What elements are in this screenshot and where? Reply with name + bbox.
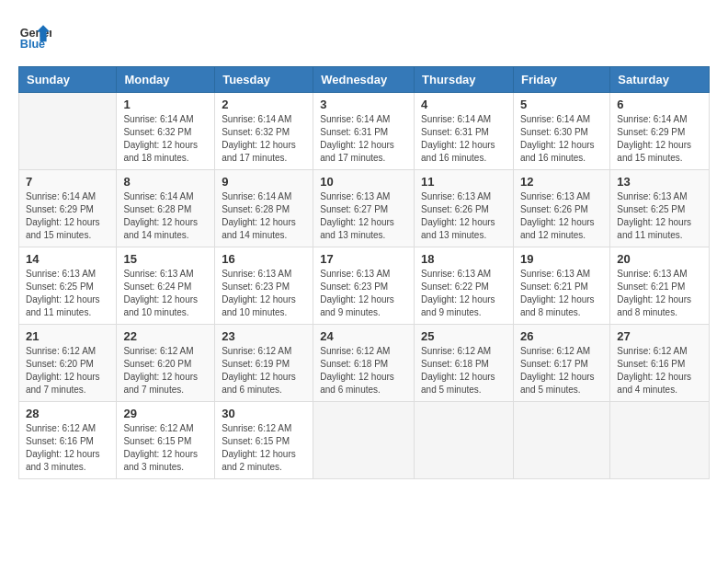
day-number: 23 <box>222 329 306 343</box>
calendar-day-header: Thursday <box>415 67 514 93</box>
day-number: 11 <box>421 175 506 189</box>
calendar-day-cell: 6Sunrise: 6:14 AMSunset: 6:29 PMDaylight… <box>610 93 710 170</box>
day-number: 15 <box>123 252 208 266</box>
calendar-day-cell: 26Sunrise: 6:12 AMSunset: 6:17 PMDayligh… <box>513 325 609 402</box>
day-info: Sunrise: 6:13 AMSunset: 6:25 PMDaylight:… <box>617 190 702 242</box>
calendar-day-cell: 5Sunrise: 6:14 AMSunset: 6:30 PMDaylight… <box>513 93 609 170</box>
day-number: 4 <box>421 98 506 111</box>
calendar-day-cell <box>415 402 514 479</box>
calendar-day-cell: 20Sunrise: 6:13 AMSunset: 6:21 PMDayligh… <box>610 247 710 325</box>
calendar-day-cell: 3Sunrise: 6:14 AMSunset: 6:31 PMDaylight… <box>313 93 415 170</box>
calendar-day-header: Saturday <box>610 67 710 93</box>
calendar-header-row: SundayMondayTuesdayWednesdayThursdayFrid… <box>19 67 710 93</box>
day-number: 22 <box>123 329 208 343</box>
day-info: Sunrise: 6:12 AMSunset: 6:18 PMDaylight:… <box>320 345 407 396</box>
calendar-week-row: 28Sunrise: 6:12 AMSunset: 6:16 PMDayligh… <box>19 402 710 479</box>
day-info: Sunrise: 6:13 AMSunset: 6:23 PMDaylight:… <box>320 268 407 319</box>
calendar-day-cell: 23Sunrise: 6:12 AMSunset: 6:19 PMDayligh… <box>215 325 313 402</box>
day-number: 8 <box>123 175 208 189</box>
day-number: 20 <box>617 252 702 266</box>
calendar-week-row: 14Sunrise: 6:13 AMSunset: 6:25 PMDayligh… <box>19 247 710 325</box>
day-number: 16 <box>222 252 306 266</box>
calendar-day-cell: 8Sunrise: 6:14 AMSunset: 6:28 PMDaylight… <box>117 170 215 247</box>
calendar-day-cell: 12Sunrise: 6:13 AMSunset: 6:26 PMDayligh… <box>513 170 609 247</box>
calendar-day-cell <box>313 402 415 479</box>
day-number: 18 <box>421 252 506 266</box>
day-info: Sunrise: 6:13 AMSunset: 6:26 PMDaylight:… <box>520 190 603 242</box>
day-info: Sunrise: 6:12 AMSunset: 6:15 PMDaylight:… <box>222 422 306 474</box>
calendar-day-cell: 2Sunrise: 6:14 AMSunset: 6:32 PMDaylight… <box>215 93 313 170</box>
day-info: Sunrise: 6:13 AMSunset: 6:25 PMDaylight:… <box>26 268 109 319</box>
calendar-day-cell: 1Sunrise: 6:14 AMSunset: 6:32 PMDaylight… <box>117 93 215 170</box>
calendar-day-cell: 18Sunrise: 6:13 AMSunset: 6:22 PMDayligh… <box>415 247 514 325</box>
day-number: 24 <box>320 329 407 343</box>
day-info: Sunrise: 6:12 AMSunset: 6:19 PMDaylight:… <box>222 345 306 396</box>
day-info: Sunrise: 6:13 AMSunset: 6:21 PMDaylight:… <box>617 268 702 319</box>
day-info: Sunrise: 6:12 AMSunset: 6:20 PMDaylight:… <box>26 345 109 396</box>
day-info: Sunrise: 6:14 AMSunset: 6:32 PMDaylight:… <box>222 113 306 165</box>
page-header: General Blue <box>18 18 710 52</box>
day-info: Sunrise: 6:14 AMSunset: 6:29 PMDaylight:… <box>617 113 702 165</box>
day-info: Sunrise: 6:14 AMSunset: 6:32 PMDaylight:… <box>123 113 208 165</box>
calendar-day-cell <box>19 93 117 170</box>
day-info: Sunrise: 6:13 AMSunset: 6:23 PMDaylight:… <box>222 268 306 319</box>
calendar-day-cell: 19Sunrise: 6:13 AMSunset: 6:21 PMDayligh… <box>513 247 609 325</box>
day-info: Sunrise: 6:12 AMSunset: 6:15 PMDaylight:… <box>123 422 208 474</box>
calendar-day-cell: 15Sunrise: 6:13 AMSunset: 6:24 PMDayligh… <box>117 247 215 325</box>
day-number: 17 <box>320 252 407 266</box>
day-number: 19 <box>520 252 603 266</box>
day-info: Sunrise: 6:12 AMSunset: 6:17 PMDaylight:… <box>520 345 603 396</box>
calendar-day-cell: 30Sunrise: 6:12 AMSunset: 6:15 PMDayligh… <box>215 402 313 479</box>
day-info: Sunrise: 6:13 AMSunset: 6:24 PMDaylight:… <box>123 268 208 319</box>
calendar-day-cell: 7Sunrise: 6:14 AMSunset: 6:29 PMDaylight… <box>19 170 117 247</box>
day-number: 13 <box>617 175 702 189</box>
calendar-day-cell: 10Sunrise: 6:13 AMSunset: 6:27 PMDayligh… <box>313 170 415 247</box>
calendar-day-cell: 24Sunrise: 6:12 AMSunset: 6:18 PMDayligh… <box>313 325 415 402</box>
day-number: 5 <box>520 98 603 111</box>
day-info: Sunrise: 6:12 AMSunset: 6:18 PMDaylight:… <box>421 345 506 396</box>
calendar-day-cell: 17Sunrise: 6:13 AMSunset: 6:23 PMDayligh… <box>313 247 415 325</box>
day-number: 10 <box>320 175 407 189</box>
calendar-day-cell: 13Sunrise: 6:13 AMSunset: 6:25 PMDayligh… <box>610 170 710 247</box>
day-info: Sunrise: 6:14 AMSunset: 6:28 PMDaylight:… <box>123 190 208 242</box>
logo: General Blue <box>18 18 55 52</box>
calendar-day-cell: 22Sunrise: 6:12 AMSunset: 6:20 PMDayligh… <box>117 325 215 402</box>
day-info: Sunrise: 6:13 AMSunset: 6:22 PMDaylight:… <box>421 268 506 319</box>
calendar-week-row: 1Sunrise: 6:14 AMSunset: 6:32 PMDaylight… <box>19 93 710 170</box>
calendar-day-cell: 25Sunrise: 6:12 AMSunset: 6:18 PMDayligh… <box>415 325 514 402</box>
day-info: Sunrise: 6:13 AMSunset: 6:27 PMDaylight:… <box>320 190 407 242</box>
day-info: Sunrise: 6:14 AMSunset: 6:31 PMDaylight:… <box>320 113 407 165</box>
logo-icon: General Blue <box>18 18 51 52</box>
day-number: 6 <box>617 98 702 111</box>
calendar-day-cell: 4Sunrise: 6:14 AMSunset: 6:31 PMDaylight… <box>415 93 514 170</box>
calendar-day-header: Sunday <box>19 67 117 93</box>
day-info: Sunrise: 6:14 AMSunset: 6:30 PMDaylight:… <box>520 113 603 165</box>
calendar-table: SundayMondayTuesdayWednesdayThursdayFrid… <box>18 66 710 479</box>
calendar-day-header: Monday <box>117 67 215 93</box>
day-info: Sunrise: 6:12 AMSunset: 6:16 PMDaylight:… <box>26 422 109 474</box>
calendar-day-header: Friday <box>513 67 609 93</box>
day-number: 9 <box>222 175 306 189</box>
calendar-day-header: Tuesday <box>215 67 313 93</box>
day-info: Sunrise: 6:13 AMSunset: 6:26 PMDaylight:… <box>421 190 506 242</box>
calendar-week-row: 21Sunrise: 6:12 AMSunset: 6:20 PMDayligh… <box>19 325 710 402</box>
day-number: 26 <box>520 329 603 343</box>
day-info: Sunrise: 6:13 AMSunset: 6:21 PMDaylight:… <box>520 268 603 319</box>
calendar-day-cell <box>610 402 710 479</box>
day-number: 27 <box>617 329 702 343</box>
day-info: Sunrise: 6:14 AMSunset: 6:29 PMDaylight:… <box>26 190 109 242</box>
day-number: 21 <box>26 329 109 343</box>
day-info: Sunrise: 6:14 AMSunset: 6:28 PMDaylight:… <box>222 190 306 242</box>
day-number: 25 <box>421 329 506 343</box>
day-info: Sunrise: 6:12 AMSunset: 6:20 PMDaylight:… <box>123 345 208 396</box>
calendar-day-cell: 14Sunrise: 6:13 AMSunset: 6:25 PMDayligh… <box>19 247 117 325</box>
day-number: 30 <box>222 407 306 420</box>
calendar-day-cell: 29Sunrise: 6:12 AMSunset: 6:15 PMDayligh… <box>117 402 215 479</box>
calendar-day-header: Wednesday <box>313 67 415 93</box>
day-number: 2 <box>222 98 306 111</box>
day-info: Sunrise: 6:12 AMSunset: 6:16 PMDaylight:… <box>617 345 702 396</box>
day-number: 12 <box>520 175 603 189</box>
day-number: 3 <box>320 98 407 111</box>
calendar-day-cell: 21Sunrise: 6:12 AMSunset: 6:20 PMDayligh… <box>19 325 117 402</box>
calendar-week-row: 7Sunrise: 6:14 AMSunset: 6:29 PMDaylight… <box>19 170 710 247</box>
